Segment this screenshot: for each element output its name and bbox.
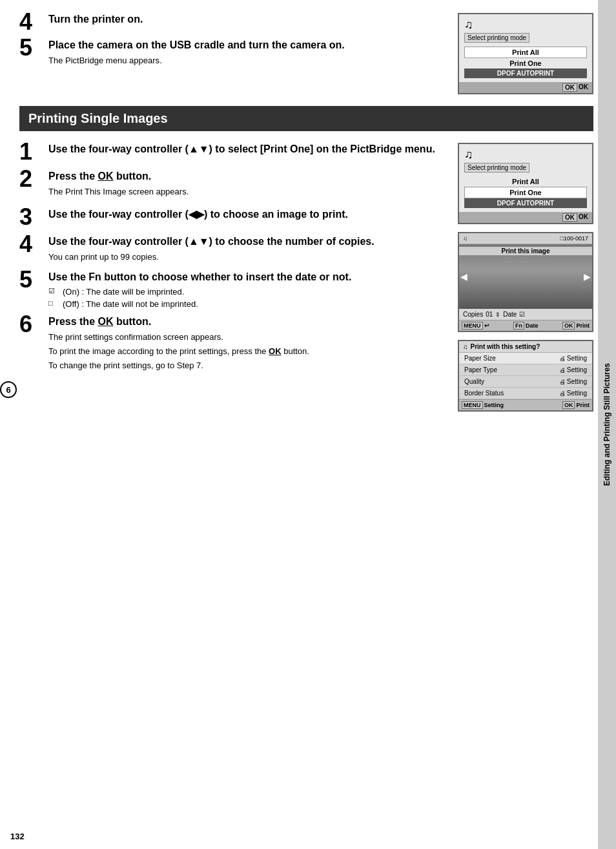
- camera-screen-1: ♫ Select printing mode Print All Print O…: [458, 13, 593, 94]
- settings-row-quality: Quality 🖨 Setting: [459, 376, 592, 388]
- step-4-row: 4 Turn the printer on.: [19, 13, 445, 34]
- step-print-6-desc-1: The print settings confirmation screen a…: [48, 331, 447, 343]
- menu-btn-label: MENU: [462, 322, 483, 330]
- fn-date-label: Date: [526, 322, 539, 329]
- bullet-off: □ (Off) : The date will not be imprinted…: [48, 299, 447, 309]
- checkbox-off-icon: □: [48, 299, 59, 307]
- cam-menu-dpof-1: DPOF AUTOPRINT: [464, 68, 587, 78]
- settings-screen: ♫ Print with this setting? Paper Size 🖨 …: [458, 340, 593, 412]
- settings-menu-button: MENU Setting: [462, 401, 504, 409]
- print-this-image-screen: ♫ □100-0017 Print this image · · · · · ·…: [458, 232, 593, 332]
- step-print-4-row: 4 Use the four-way controller (▲▼) to ch…: [19, 235, 447, 267]
- step-5-content: Place the camera on the USB cradle and t…: [48, 39, 445, 70]
- step-print-6-content: Press the OK button. The print settings …: [48, 315, 447, 375]
- step-2-number: 2: [19, 167, 48, 191]
- printer-icon-2: 🖨: [560, 367, 566, 373]
- paper-size-value: 🖨 Setting: [560, 355, 587, 362]
- main-content: 4 Turn the printer on. 5 Place the camer…: [19, 13, 593, 830]
- settings-print-label: Print: [576, 402, 590, 408]
- bullet-on-text: (On) : The date will be imprinted.: [63, 287, 184, 297]
- step-print-4-content: Use the four-way controller (▲▼) to choo…: [48, 235, 447, 267]
- border-value: 🖨 Setting: [560, 390, 587, 397]
- print-screen-header: ♫ □100-0017: [459, 233, 592, 244]
- cam-footer-ok-text-2: OK: [579, 213, 588, 222]
- print-screen-dots: · · · · · · · ·: [505, 258, 546, 264]
- step-4-title: Turn the printer on.: [48, 13, 445, 26]
- step-print-4-number: 4: [19, 233, 48, 256]
- menu-back-icon: ↩: [484, 322, 489, 329]
- file-info: □100-0017: [560, 235, 588, 242]
- paper-type-value: 🖨 Setting: [560, 366, 587, 373]
- settings-ok-button: OK Print: [562, 401, 590, 409]
- step-5-number: 5: [19, 36, 48, 59]
- step-1-title: Use the four-way controller (▲▼) to sele…: [48, 143, 447, 156]
- cam-screen-1-title: Select printing mode: [464, 33, 529, 43]
- fn-btn-label: Fn: [513, 322, 524, 330]
- step-print-4-desc: You can print up to 99 copies.: [48, 251, 447, 263]
- step-print-5-title: Use the Fn button to choose whether to i…: [48, 271, 447, 284]
- quality-setting: Setting: [567, 378, 587, 385]
- arrow-right-icon: ▶: [584, 271, 591, 282]
- copies-value: 01: [486, 311, 493, 318]
- bullet-off-text: (Off) : The date will not be imprinted.: [63, 299, 198, 309]
- step-2-content: Press the OK button. The Print This Imag…: [48, 170, 447, 202]
- camera-icon-2: ♫: [464, 148, 587, 162]
- side-tab: Editing and Printing Still Pictures: [598, 0, 616, 849]
- camera-icon-4: ♫: [463, 343, 468, 350]
- printer-icon-4: 🖨: [560, 390, 566, 397]
- step-print-5-number: 5: [19, 268, 48, 291]
- settings-row-paper-size: Paper Size 🖨 Setting: [459, 353, 592, 364]
- settings-title-text: Print with this setting?: [471, 343, 540, 350]
- step-3-row: 3 Use the four-way controller (◀▶) to ch…: [19, 208, 447, 229]
- step-3-content: Use the four-way controller (◀▶) to choo…: [48, 208, 447, 224]
- step-4-content: Turn the printer on.: [48, 13, 445, 29]
- settings-menu-label: MENU: [462, 401, 483, 409]
- step-4-number: 4: [19, 10, 48, 34]
- step-5-row: 5 Place the camera on the USB cradle and…: [19, 39, 445, 70]
- chapter-badge: 6: [0, 381, 17, 398]
- print-screen-body: Print this image · · · · · · · · ◀ ▶: [459, 244, 592, 309]
- step-5-desc: The PictBridge menu appears.: [48, 55, 445, 67]
- print-screen-copies-row: Copies 01 ⇕ Date ☑: [459, 309, 592, 320]
- printer-icon-3: 🖨: [560, 379, 566, 385]
- step-2-desc: The Print This Image screen appears.: [48, 186, 447, 198]
- paper-type-setting: Setting: [567, 366, 587, 373]
- step-print-6-title: Press the OK button.: [48, 315, 447, 329]
- bullet-on: ☑ (On) : The date will be imprinted.: [48, 287, 447, 297]
- step-print-5-row: 5 Use the Fn button to choose whether to…: [19, 271, 447, 311]
- step-1-number: 1: [19, 140, 48, 163]
- paper-size-setting: Setting: [567, 355, 587, 362]
- quality-label: Quality: [464, 378, 484, 385]
- cam-footer-1: OK OK: [459, 82, 592, 93]
- step-print-5-content: Use the Fn button to choose whether to i…: [48, 271, 447, 311]
- cam-menu-dpof-2: DPOF AUTOPRINT: [464, 198, 587, 208]
- cam-screen-2-title: Select printing mode: [464, 163, 529, 173]
- side-tab-text: Editing and Printing Still Pictures: [602, 363, 611, 486]
- top-text: 4 Turn the printer on. 5 Place the camer…: [19, 13, 445, 94]
- border-label: Border Status: [464, 390, 504, 397]
- step-3-title: Use the four-way controller (◀▶) to choo…: [48, 208, 447, 222]
- printer-icon-1: 🖨: [560, 355, 566, 362]
- cam-menu-print-all-2: Print All: [464, 176, 587, 187]
- settings-menu-text: Setting: [484, 402, 504, 408]
- camera-icon-1: ♫: [464, 18, 587, 32]
- cam-footer-ok-label-2: OK: [562, 213, 577, 222]
- paper-size-label: Paper Size: [464, 355, 496, 362]
- step-print-4-title: Use the four-way controller (▲▼) to choo…: [48, 235, 447, 249]
- paper-type-label: Paper Type: [464, 366, 497, 373]
- menu-button: MENU ↩: [462, 322, 489, 330]
- camera-screen-2-inner: ♫ Select printing mode Print All Print O…: [459, 144, 592, 212]
- camera-screen-2: ♫ Select printing mode Print All Print O…: [458, 143, 593, 224]
- print-screen-footer: MENU ↩ Fn Date OK Print: [459, 320, 592, 331]
- checkbox-on-icon: ☑: [48, 287, 59, 295]
- cam-menu-print-one-1: Print One: [464, 58, 587, 68]
- ok-btn-label: OK: [562, 322, 575, 330]
- settings-row-paper-type: Paper Type 🖨 Setting: [459, 364, 592, 376]
- camera-icon-3: ♫: [463, 235, 467, 242]
- cam-footer-ok-label-1: OK: [562, 83, 577, 92]
- step-print-6-desc-3: To change the print settings, go to Step…: [48, 360, 447, 372]
- top-section: 4 Turn the printer on. 5 Place the camer…: [19, 13, 593, 94]
- arrow-left-icon: ◀: [460, 271, 467, 282]
- cam-menu-print-all-1: Print All: [464, 47, 587, 58]
- settings-row-border: Border Status 🖨 Setting: [459, 388, 592, 399]
